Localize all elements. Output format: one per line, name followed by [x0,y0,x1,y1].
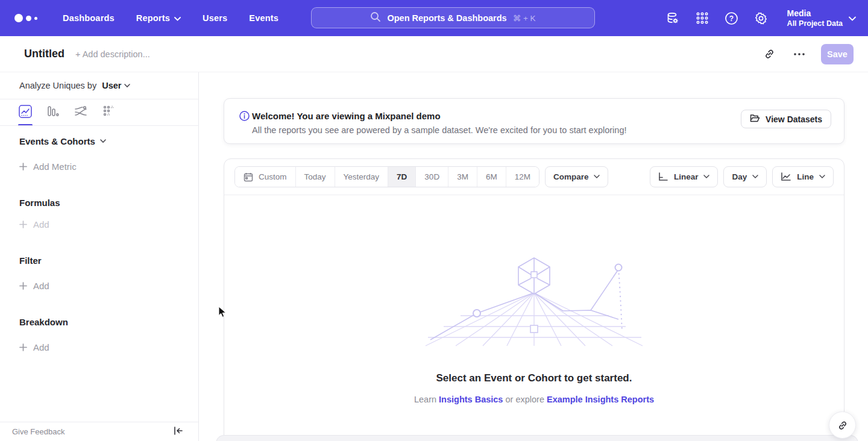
add-breakdown-button[interactable]: Add [19,342,49,352]
analyze-label: Analyze Uniques by [19,81,96,90]
chart-type-label: Line [797,172,814,181]
nav-item-label: Events [249,13,278,23]
chevron-down-icon [752,175,758,179]
global-search-input[interactable]: Open Reports & Dashboards ⌘ + K [311,7,595,28]
filter-label: Filter [19,255,42,266]
add-breakdown-label: Add [33,342,49,352]
empty-state: Select an Event or Cohort to get started… [224,195,844,404]
report-title[interactable]: Untitled [24,48,64,60]
project-switcher[interactable]: Media All Project Data [787,8,856,28]
add-filter-button[interactable]: Add [19,281,49,291]
primary-nav: Dashboards Reports Users Events [63,13,278,23]
help-icon[interactable]: ? [725,11,739,25]
mixpanel-logo-icon[interactable] [14,14,42,22]
apps-grid-icon[interactable] [695,11,709,25]
interval-label: Day [732,172,747,181]
nav-item-events[interactable]: Events [249,13,278,23]
connector-text: or explore [505,395,544,404]
date-range-label: Custom [259,172,287,181]
nav-right-cluster: ? Media All Project Data [665,0,856,36]
nav-item-reports[interactable]: Reports [136,13,181,23]
settings-gear-icon[interactable] [754,11,769,25]
date-range-today[interactable]: Today [296,167,335,187]
insights-basics-link[interactable]: Insights Basics [439,395,503,404]
query-builder-sidebar: Analyze Uniques by User [0,72,199,441]
date-range-label: 7D [397,172,407,181]
date-range-7d[interactable]: 7D [388,167,416,187]
tab-bar-chart[interactable] [46,104,60,122]
chevron-down-icon [819,175,825,179]
interval-dropdown[interactable]: Day [723,166,767,187]
collapse-sidebar-icon[interactable] [174,427,183,437]
more-options-icon[interactable] [791,46,808,63]
scale-label: Linear [674,172,699,181]
sidebar-footer: Give Feedback [0,422,198,441]
data-management-icon[interactable] [665,11,680,25]
analyze-uniques-row: Analyze Uniques by User [19,81,130,90]
compare-label: Compare [553,172,589,181]
add-formula-label: Add [33,219,49,230]
chart-type-dropdown[interactable]: Line [772,166,834,187]
nav-item-dashboards[interactable]: Dashboards [63,13,115,23]
add-metric-button[interactable]: Add Metric [19,161,77,172]
chevron-down-icon [849,13,856,23]
link-icon [837,420,848,431]
date-range-12m[interactable]: 12M [506,167,539,187]
insights-report-card: Custom Today Yesterday 7D 30D 3M 6M 12M … [224,158,844,441]
project-name: Media [787,8,843,19]
analyze-by-dropdown[interactable]: User [102,81,130,90]
view-datasets-button[interactable]: View Datasets [741,110,831,128]
plus-icon [19,163,27,170]
filter-section-title: Filter [19,255,42,266]
breakdown-section-title: Breakdown [19,317,68,327]
empty-state-title: Select an Event or Cohort to get started… [224,372,844,384]
share-link-fab[interactable] [829,411,856,439]
date-range-3m[interactable]: 3M [448,167,477,187]
visualization-tabs [18,104,116,122]
svg-text:?: ? [729,14,734,23]
example-reports-link[interactable]: Example Insights Reports [547,395,654,404]
events-cohorts-section[interactable]: Events & Cohorts [19,136,106,146]
plus-icon [19,343,27,351]
tab-line-chart[interactable] [18,104,33,122]
nav-item-label: Users [203,13,227,23]
date-range-label: Today [304,172,326,181]
add-formula-button[interactable]: Add [19,219,49,230]
search-icon [370,11,381,25]
divider [0,125,199,126]
search-shortcut: ⌘ + K [513,13,536,23]
calendar-icon [244,172,253,182]
date-range-6m[interactable]: 6M [477,167,506,187]
breakdown-label: Breakdown [19,317,68,327]
date-range-label: 12M [515,172,530,181]
mixpanel-insights-page: Dashboards Reports Users Events Open Rep… [0,0,868,441]
chevron-down-icon [594,175,600,179]
report-header: Untitled + Add description... Save [0,36,868,72]
top-nav: Dashboards Reports Users Events Open Rep… [0,0,868,36]
welcome-banner: Welcome! You are viewing a Mixpanel demo… [224,98,844,144]
add-metric-label: Add Metric [33,161,77,172]
nav-item-users[interactable]: Users [203,13,227,23]
formulas-section-title: Formulas [19,198,60,208]
analyze-value: User [102,81,121,90]
bottom-sheet-peek[interactable] [216,435,858,441]
scale-dropdown[interactable]: Linear [650,166,719,187]
date-range-30d[interactable]: 30D [416,167,448,187]
give-feedback-link[interactable]: Give Feedback [12,427,64,436]
banner-title: Welcome! You are viewing a Mixpanel demo [252,111,441,121]
empty-state-illustration [420,255,649,347]
date-range-custom[interactable]: Custom [235,167,296,187]
date-range-yesterday[interactable]: Yesterday [335,167,389,187]
nav-item-label: Dashboards [63,13,115,23]
save-button[interactable]: Save [821,44,854,64]
add-filter-label: Add [33,281,49,291]
date-range-label: 6M [486,172,497,181]
chart-display-controls: Linear Day Line [650,166,834,187]
tab-metrics-grid[interactable] [101,104,116,122]
date-range-label: 30D [424,172,439,181]
compare-dropdown[interactable]: Compare [545,166,609,187]
view-datasets-label: View Datasets [766,114,822,124]
copy-link-icon[interactable] [761,46,778,63]
tab-flow-chart[interactable] [74,104,88,122]
add-description-field[interactable]: + Add description... [75,49,150,59]
